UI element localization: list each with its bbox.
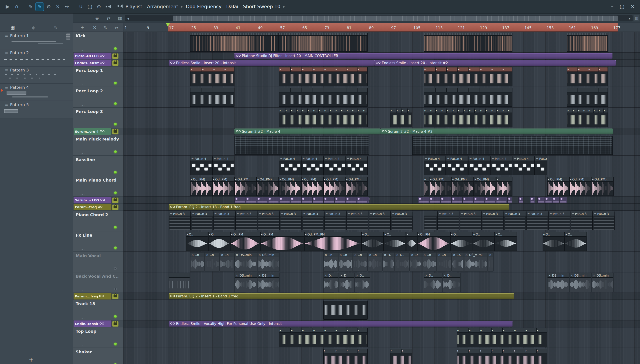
clip[interactable]: ×DS..min	[257, 252, 280, 272]
clip[interactable]: ≡Pat..n 4	[279, 156, 301, 175]
clip[interactable]	[235, 136, 369, 155]
track-header[interactable]: Main Pluck Melody...	[73, 135, 123, 156]
paint-tool-icon[interactable]: ✎	[35, 2, 44, 11]
clip[interactable]: ▸Od..PM)	[323, 177, 346, 196]
clip[interactable]: ×..n	[338, 252, 353, 272]
clip[interactable]: ≡Pat..n 3	[346, 211, 369, 230]
clip[interactable]: ≡Pat..n 3	[460, 211, 482, 230]
clip[interactable]: ▸O..	[384, 232, 406, 251]
clip[interactable]: ≡Pat..n 3	[504, 211, 526, 230]
clip[interactable]: ▸O..	[451, 232, 473, 251]
track-header[interactable]: Shaker...	[73, 348, 123, 364]
clip[interactable]	[169, 273, 190, 292]
automation-clip[interactable]: Serum 2 #2 - Macro 4 #2	[380, 128, 613, 134]
clip[interactable]: ×..n	[353, 252, 368, 272]
track-led[interactable]	[114, 47, 117, 50]
clip[interactable]: ≡Pat..n 4	[301, 156, 323, 175]
clip[interactable]: ▸Od..PM)	[190, 177, 212, 196]
pattern-item[interactable]: ≡Pattern 2	[0, 49, 73, 66]
scroll-right-icon[interactable]: ▸	[627, 15, 633, 21]
timeline-ruler[interactable]: 1917253341495765738189971051131211291371…	[123, 23, 640, 32]
clip[interactable]: ×..n	[437, 252, 452, 272]
clip[interactable]: ≡Pat..n 4	[346, 156, 368, 175]
clip[interactable]: ▸Od..PM)	[569, 177, 591, 196]
clip[interactable]: ▸O..	[362, 232, 384, 251]
clip[interactable]: ≡Pat..n 4	[535, 156, 547, 175]
clip[interactable]: ×DS..min	[235, 273, 257, 292]
lock-icon[interactable]	[112, 129, 118, 134]
automation-clip[interactable]: Platone Studio DJ Filter - Insert 20 - M…	[235, 53, 612, 59]
clip[interactable]: ≡Pat..n 3	[324, 211, 346, 230]
clip[interactable]: ×DS..min	[257, 273, 280, 292]
automation-clip[interactable]: Param. EQ 2 - Insert 18 - Band 1 freq	[169, 204, 509, 210]
clip[interactable]: ▸O..	[542, 232, 565, 251]
clip[interactable]: ▸	[496, 177, 512, 196]
clip[interactable]: ≡Pat..n 4	[446, 156, 468, 175]
clip[interactable]: ×DS..min	[569, 273, 591, 292]
track-header[interactable]: Bassline...	[73, 156, 123, 176]
clip[interactable]: ≡Pat..n 3	[482, 211, 504, 230]
clip[interactable]: ≡Pat..n 3	[258, 211, 280, 230]
clip[interactable]: ▸▸▸▸▸▸▸▸	[424, 67, 513, 86]
star-view-icon[interactable]: ◆	[30, 24, 37, 31]
automation-clip[interactable]: Endless Smile - Insert 20 - Intensit #2	[374, 60, 616, 66]
clip[interactable]	[567, 88, 608, 107]
clip[interactable]: ≡Pat..n 3	[437, 211, 460, 230]
clip[interactable]: ×..n	[368, 252, 383, 272]
clip[interactable]: ▸O..	[208, 232, 231, 251]
clip[interactable]: ▸O..	[473, 232, 495, 251]
clip[interactable]	[279, 88, 368, 107]
clip[interactable]: ≡Pat..n 3	[191, 211, 213, 230]
track-led[interactable]	[114, 288, 117, 290]
clip[interactable]: ≡Pat..n 3	[169, 211, 191, 230]
pencil-tool-icon[interactable]: ✎	[101, 24, 109, 31]
lock-icon[interactable]	[112, 53, 118, 58]
clip[interactable]	[424, 211, 437, 230]
clip[interactable]: ×D..	[395, 252, 410, 272]
clip[interactable]: ▸O..	[186, 232, 208, 251]
clip[interactable]: ▸▸▸▸▸▸▸▸	[279, 328, 368, 347]
headphones-icon[interactable]: ∩	[13, 2, 21, 11]
magnet-icon[interactable]: ∪	[76, 2, 85, 11]
track-header[interactable]: Track 18...	[73, 300, 123, 320]
track-header[interactable]: Perc Loop 3...	[73, 108, 123, 128]
clip[interactable]: ≡Pat..n 3	[280, 211, 302, 230]
track-header[interactable]: Kick...	[73, 32, 123, 52]
delete-tool-icon[interactable]: ⊘	[45, 2, 53, 11]
clip[interactable]	[412, 136, 613, 155]
track-led[interactable]	[114, 82, 117, 84]
track-led[interactable]	[114, 315, 117, 318]
clip[interactable]: ▸Od..PM)	[474, 177, 496, 196]
clip[interactable]: ▸O..	[565, 232, 587, 251]
add-track-icon[interactable]: +	[78, 24, 86, 31]
clip[interactable]	[323, 300, 368, 320]
clip[interactable]: ▸O...PM	[417, 232, 451, 251]
automation-clip[interactable]	[537, 197, 567, 203]
preview-speaker-icon[interactable]	[104, 2, 112, 11]
clip[interactable]: ▸O..	[495, 232, 517, 251]
clip[interactable]: ×..n	[422, 252, 437, 272]
automation-clip[interactable]	[507, 197, 512, 203]
close-button[interactable]: ×	[630, 4, 635, 10]
resize-tool-icon[interactable]: ↔	[112, 24, 120, 31]
play-icon[interactable]: ▶	[3, 2, 12, 11]
track-led[interactable]	[114, 171, 117, 174]
clip[interactable]	[424, 88, 513, 107]
clip[interactable]: ×D..	[424, 273, 442, 292]
clip[interactable]: ×	[488, 252, 494, 272]
clip[interactable]: ×D.	[323, 273, 339, 292]
add-pattern-button[interactable]: +	[29, 356, 34, 363]
clip[interactable]: ×DS..min	[547, 273, 569, 292]
track-header[interactable]: Perc Loop 2...	[73, 87, 123, 108]
select-tool-icon[interactable]: ▢	[86, 2, 94, 11]
clip[interactable]: ≡Pat..n 3	[526, 211, 548, 230]
clip[interactable]: ▸Od..PM)	[279, 177, 301, 196]
clip[interactable]: ▸Od..PM)	[547, 177, 569, 196]
clip[interactable]: ≡Pat..n 3	[391, 211, 413, 230]
automation-clip[interactable]	[418, 197, 507, 203]
slide-clips-tool-icon[interactable]: ⇄	[104, 14, 113, 22]
track-led[interactable]	[114, 363, 117, 364]
clip[interactable]: ▸Od..PM)	[301, 177, 323, 196]
clip[interactable]: ×..r	[410, 252, 422, 272]
minimize-button[interactable]: –	[611, 4, 613, 10]
